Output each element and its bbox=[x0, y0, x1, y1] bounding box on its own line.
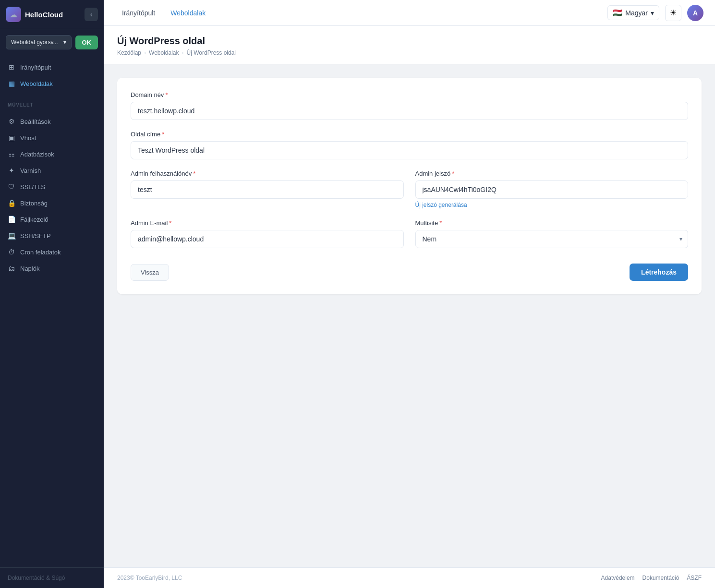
sidebar-item-adatbazisok[interactable]: ⚏ Adatbázisok bbox=[0, 146, 104, 162]
multisite-required: * bbox=[439, 219, 442, 227]
email-multisite-row: Admin E-mail * Multisite * Nem bbox=[131, 219, 688, 259]
main-content: Irányítópult Weboldalak 🇭🇺 Magyar ▾ ☀ A … bbox=[104, 0, 715, 588]
breadcrumb-current: Új WordPress oldal bbox=[187, 49, 236, 56]
user-required: * bbox=[193, 170, 195, 177]
sidebar-item-label: Weboldalak bbox=[20, 80, 53, 87]
breadcrumb-weboldalak[interactable]: Weboldalak bbox=[149, 49, 179, 56]
footer: 2023© TooEarlyBird, LLC Adatvédelem Doku… bbox=[104, 567, 715, 588]
language-selector[interactable]: 🇭🇺 Magyar ▾ bbox=[607, 5, 659, 20]
admin-email-label: Admin E-mail * bbox=[131, 219, 404, 227]
dashboard-icon: ⊞ bbox=[8, 63, 15, 71]
topbar-nav: Irányítópult Weboldalak bbox=[115, 6, 212, 20]
sidebar-item-label: Adatbázisok bbox=[20, 151, 54, 158]
multisite-group: Multisite * Nem Igen ▾ bbox=[415, 219, 689, 248]
admin-user-label: Admin felhasználónév * bbox=[131, 170, 404, 177]
security-icon: 🔒 bbox=[8, 199, 15, 207]
form-actions: Vissza Létrehozás bbox=[131, 264, 688, 281]
footer-adatvédelem[interactable]: Adatvédelem bbox=[601, 575, 635, 581]
multisite-label: Multisite * bbox=[415, 219, 689, 227]
admin-email-input[interactable] bbox=[131, 230, 404, 248]
pass-required: * bbox=[452, 170, 454, 177]
breadcrumb-sep-2: › bbox=[182, 49, 184, 56]
topbar-nav-weboldalak[interactable]: Weboldalak bbox=[164, 6, 212, 20]
admin-pass-group: Admin jelszó * Új jelszó generálása bbox=[415, 170, 689, 209]
sidebar-sub-nav: ⚙ Beállítások ▣ Vhost ⚏ Adatbázisok ✦ Va… bbox=[0, 109, 104, 280]
footer-aszf[interactable]: ÁSZF bbox=[687, 575, 702, 581]
vhost-icon: ▣ bbox=[8, 134, 15, 142]
domain-label: Domain név * bbox=[131, 91, 688, 98]
generate-password-link[interactable]: Új jelszó generálása bbox=[415, 202, 467, 208]
sidebar-item-vhost[interactable]: ▣ Vhost bbox=[0, 130, 104, 146]
sidebar-item-naplok[interactable]: 🗂 Naplók bbox=[0, 260, 104, 276]
multisite-select[interactable]: Nem Igen bbox=[415, 230, 689, 248]
form-card: Domain név * Oldal címe * bbox=[117, 78, 702, 294]
email-required: * bbox=[169, 219, 171, 227]
page-header: Új WordPress oldal Kezdőlap › Weboldalak… bbox=[104, 26, 715, 64]
footer-copyright: 2023© TooEarlyBird, LLC bbox=[117, 575, 182, 581]
sidebar-item-label: Fájlkezelő bbox=[20, 216, 48, 223]
sidebar-item-label: Cron feladatok bbox=[20, 249, 61, 256]
create-button[interactable]: Létrehozás bbox=[630, 264, 688, 281]
breadcrumb-sep-1: › bbox=[144, 49, 146, 56]
theme-toggle-button[interactable]: ☀ bbox=[665, 5, 681, 21]
form-container: Domain név * Oldal címe * bbox=[104, 64, 715, 308]
breadcrumb-home[interactable]: Kezdőlap bbox=[117, 49, 141, 56]
topbar-nav-iranyitopult[interactable]: Irányítópult bbox=[115, 6, 162, 20]
page-content: Új WordPress oldal Kezdőlap › Weboldalak… bbox=[104, 26, 715, 567]
sidebar-item-iranyitopult[interactable]: ⊞ Irányítópult bbox=[0, 59, 104, 75]
site-title-input[interactable] bbox=[131, 141, 688, 159]
page-title: Új WordPress oldal bbox=[117, 36, 702, 47]
back-button[interactable]: Vissza bbox=[131, 264, 169, 281]
sidebar-item-varnish[interactable]: ✦ Varnish bbox=[0, 162, 104, 179]
sidebar-header: ☁ HelloCloud ‹ bbox=[0, 0, 104, 29]
title-required: * bbox=[162, 131, 164, 138]
footer-links: Adatvédelem Dokumentáció ÁSZF bbox=[601, 575, 702, 581]
domain-group: Domain név * bbox=[131, 91, 688, 120]
sidebar-item-label: Irányítópult bbox=[20, 64, 51, 71]
sidebar: ☁ HelloCloud ‹ Weboldal gyorsv... ▾ OK ⊞… bbox=[0, 0, 104, 588]
cron-icon: ⏱ bbox=[8, 248, 15, 256]
domain-required: * bbox=[165, 91, 168, 98]
sidebar-item-label: Biztonság bbox=[20, 200, 48, 207]
ssh-icon: 💻 bbox=[8, 232, 15, 240]
ssl-icon: 🛡 bbox=[8, 183, 15, 191]
admin-user-group: Admin felhasználónév * bbox=[131, 170, 404, 209]
sidebar-dropdown-text: Weboldal gyorsv... bbox=[11, 39, 58, 46]
language-label: Magyar bbox=[625, 9, 648, 17]
logo-area: ☁ HelloCloud bbox=[6, 7, 63, 22]
admin-pass-label: Admin jelszó * bbox=[415, 170, 689, 177]
admin-password-input[interactable] bbox=[415, 180, 689, 199]
logs-icon: 🗂 bbox=[8, 264, 15, 272]
database-icon: ⚏ bbox=[8, 150, 15, 158]
filemanager-icon: 📄 bbox=[8, 216, 15, 223]
sidebar-footer[interactable]: Dokumentáció & Súgó bbox=[0, 567, 104, 588]
sidebar-item-label: SSL/TLS bbox=[20, 183, 45, 191]
domain-input[interactable] bbox=[131, 102, 688, 120]
breadcrumb: Kezdőlap › Weboldalak › Új WordPress old… bbox=[117, 49, 702, 56]
sidebar-item-label: SSH/SFTP bbox=[20, 232, 51, 240]
sidebar-ok-button[interactable]: OK bbox=[75, 36, 98, 49]
topbar-right: 🇭🇺 Magyar ▾ ☀ A bbox=[607, 5, 703, 21]
dropdown-chevron-icon: ▾ bbox=[63, 39, 66, 46]
sidebar-item-ssltls[interactable]: 🛡 SSL/TLS bbox=[0, 179, 104, 195]
site-title-label: Oldal címe * bbox=[131, 131, 688, 138]
footer-dokumentacio[interactable]: Dokumentáció bbox=[642, 575, 679, 581]
sidebar-item-biztonsag[interactable]: 🔒 Biztonság bbox=[0, 195, 104, 211]
logo-text: HelloCloud bbox=[25, 11, 63, 19]
sidebar-item-sshsftp[interactable]: 💻 SSH/SFTP bbox=[0, 228, 104, 244]
admin-username-input[interactable] bbox=[131, 180, 404, 199]
settings-icon: ⚙ bbox=[8, 118, 15, 125]
sidebar-back-button[interactable]: ‹ bbox=[85, 8, 98, 21]
sidebar-item-beallitasok[interactable]: ⚙ Beállítások bbox=[0, 113, 104, 130]
sidebar-section-label: MŰVELET bbox=[0, 96, 104, 109]
sidebar-website-dropdown[interactable]: Weboldal gyorsv... ▾ bbox=[6, 35, 72, 49]
websites-icon: ▦ bbox=[8, 80, 15, 87]
sidebar-item-cron[interactable]: ⏱ Cron feladatok bbox=[0, 244, 104, 260]
sidebar-item-weboldalak[interactable]: ▦ Weboldalak bbox=[0, 75, 104, 92]
sidebar-item-fajlkezelo[interactable]: 📄 Fájlkezelő bbox=[0, 211, 104, 228]
sidebar-item-label: Vhost bbox=[20, 134, 36, 142]
credentials-row: Admin felhasználónév * Admin jelszó * Új… bbox=[131, 170, 688, 219]
multisite-select-wrapper: Nem Igen ▾ bbox=[415, 230, 689, 248]
avatar[interactable]: A bbox=[687, 5, 703, 21]
sidebar-item-label: Naplók bbox=[20, 265, 39, 272]
